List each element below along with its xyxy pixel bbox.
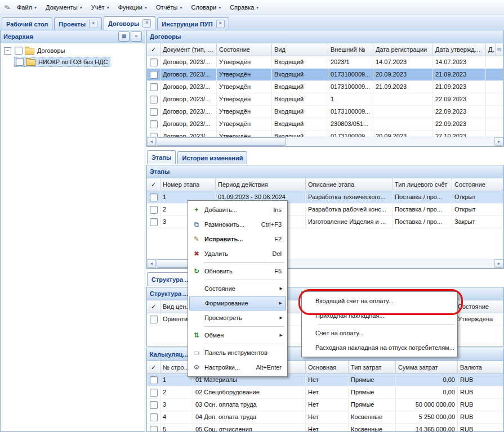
close-icon[interactable]: ×	[216, 20, 225, 28]
menu-item-add[interactable]: + Добавить... Ins	[189, 202, 286, 217]
check-column-header[interactable]: ✓	[147, 178, 160, 191]
column-header-state[interactable]: Состояние	[217, 43, 272, 56]
scroll-right-icon[interactable]: ►	[494, 137, 503, 146]
check-column-header[interactable]: ✓	[147, 300, 160, 313]
row-checkbox[interactable]	[150, 401, 158, 409]
row-checkbox[interactable]	[150, 389, 158, 397]
table-row[interactable]: Договор, 2023/... Утверждён Входящий 230…	[147, 118, 503, 130]
submenu-item-incoming-invoice[interactable]: Входящий счёт на оплату...	[303, 294, 456, 308]
tree-checkbox[interactable]	[16, 58, 24, 66]
menu-file[interactable]: Файл ▾	[12, 2, 41, 13]
column-header-reg-date[interactable]: Дата регистрации	[373, 43, 433, 56]
tab-projects[interactable]: Проекты ×	[54, 17, 102, 30]
column-header-period[interactable]: Период действия	[216, 178, 306, 191]
tab-change-history[interactable]: История изменений	[177, 151, 247, 164]
column-header-date[interactable]: Дата	[486, 43, 496, 56]
menu-dictionaries[interactable]: Словари ▾	[186, 2, 225, 13]
tree-node-niokr[interactable]: НИОКР по ГОЗ без НДС	[1, 56, 145, 68]
menu-item-view[interactable]: Просмотреть ▶	[189, 310, 286, 325]
scroll-left-icon[interactable]: ◄	[147, 259, 156, 268]
table-row[interactable]: Договор, 2023/... Утверждён Входящий 017…	[147, 106, 503, 118]
tab-desktop[interactable]: Рабочий стол	[2, 17, 52, 30]
scrollbar-track[interactable]	[286, 259, 494, 268]
table-row[interactable]: Договор, 2023/... Утверждён Входящий 017…	[147, 130, 503, 137]
column-header-account-type[interactable]: Тип лицевого счёт	[393, 178, 452, 191]
column-header-state[interactable]: Состояние	[456, 300, 503, 313]
column-header-state[interactable]: Состояние	[452, 178, 503, 191]
row-checkbox[interactable]	[150, 133, 158, 137]
table-row[interactable]: Договор, 2023/... Утверждён Входящий 202…	[147, 56, 503, 69]
row-checkbox[interactable]	[150, 120, 158, 128]
scroll-left-icon[interactable]: ◄	[147, 137, 156, 146]
tree-node-contracts[interactable]: − Договоры	[1, 45, 145, 56]
row-checkbox[interactable]	[150, 96, 158, 104]
tab-contracts[interactable]: Договоры ×	[104, 16, 155, 30]
menu-reports[interactable]: Отчёты ▾	[151, 2, 186, 13]
row-checkbox[interactable]	[150, 218, 158, 226]
column-header-main[interactable]: Основная	[306, 361, 349, 374]
menu-item-generation[interactable]: Формирование ▶	[189, 296, 286, 310]
submenu-item-outgoing-waybill[interactable]: Расходная накладная на отпуск потребител…	[303, 340, 456, 355]
grid-view-icon[interactable]: ▦	[118, 32, 130, 42]
column-header-approve-date[interactable]: Дата утверждения	[433, 43, 486, 56]
column-chooser-icon[interactable]: ▤	[496, 43, 503, 56]
table-row[interactable]: 2 02 Спецоборудование Нет Прямые 0,00 RU…	[147, 386, 503, 399]
menu-item-delete[interactable]: ✖ Удалить Del	[189, 246, 286, 261]
row-checkbox[interactable]	[150, 426, 158, 432]
column-header-document[interactable]: Документ (тип, №...	[160, 43, 217, 56]
collapse-panel-icon[interactable]: «	[131, 32, 142, 42]
check-column-header[interactable]: ✓	[147, 43, 160, 56]
menu-item-edit[interactable]: ✎ Исправить... F2	[189, 232, 286, 246]
row-checkbox[interactable]	[150, 194, 158, 201]
row-checkbox[interactable]	[150, 71, 158, 79]
submenu-item-incoming-waybill[interactable]: Приходная накладная...	[303, 308, 456, 323]
column-header-description[interactable]: Описание этапа	[306, 178, 393, 191]
menu-functions[interactable]: Функции ▾	[114, 2, 151, 13]
column-header-cost-sum[interactable]: Сумма затрат	[396, 361, 458, 374]
row-checkbox[interactable]	[150, 58, 158, 66]
menu-item-state[interactable]: Состояние ▶	[189, 281, 286, 296]
column-header-cost-type[interactable]: Тип затрат	[349, 361, 396, 374]
column-header-currency[interactable]: Валюта	[458, 361, 503, 374]
row-checkbox[interactable]	[150, 83, 158, 91]
table-row[interactable]: 3 03 Осн. оплата труда Нет Прямые 50 000…	[147, 399, 503, 411]
menu-help[interactable]: Справка ▾	[225, 2, 263, 13]
row-checkbox[interactable]	[150, 206, 158, 214]
menu-documents[interactable]: Документы ▾	[41, 2, 87, 13]
column-header-kind[interactable]: Вид	[272, 43, 328, 56]
menu-item-exchange[interactable]: ⇅ Обмен ▶	[189, 328, 286, 343]
tree-checkbox[interactable]	[15, 47, 23, 55]
column-header-external[interactable]: Внешний №	[328, 43, 373, 56]
chevron-down-icon: ▾	[145, 5, 147, 10]
row-checkbox[interactable]	[150, 376, 158, 384]
menu-item-toolbar[interactable]: ▭ Панель инструментов	[189, 345, 286, 360]
menu-accounting[interactable]: Учёт ▾	[87, 2, 114, 13]
submenu-item-invoice[interactable]: Счёт на оплату...	[303, 326, 456, 340]
table-row-selected[interactable]: Договор, 2023/... Утверждён Входящий 017…	[147, 69, 503, 81]
scrollbar-thumb[interactable]	[157, 137, 286, 146]
table-row[interactable]: Договор, 2023/... Утверждён Входящий 1 2…	[147, 93, 503, 106]
tab-instructions[interactable]: Инструкции ПУП ×	[157, 17, 229, 30]
table-row[interactable]: Договор, 2023/... Утверждён Входящий 017…	[147, 81, 503, 93]
horizontal-scrollbar[interactable]: ◄ ►	[147, 137, 503, 146]
expander-icon[interactable]: −	[4, 47, 11, 55]
table-row[interactable]: 4 04 Доп. оплата труда Нет Косвенные 5 2…	[147, 411, 503, 424]
tab-stages[interactable]: Этапы	[147, 150, 176, 164]
close-icon[interactable]: ×	[142, 19, 151, 28]
row-checkbox[interactable]	[150, 413, 158, 421]
table-row[interactable]: 5 05 Соц. отчисления Нет Косвенные 14 36…	[147, 424, 503, 431]
column-header-stage-number[interactable]: Номер этапа	[160, 178, 216, 191]
scroll-right-icon[interactable]: ►	[494, 259, 503, 268]
scrollbar-track[interactable]	[286, 137, 494, 146]
menu-item-label: Состояние	[204, 285, 277, 292]
cell-cost-item: 03 Осн. оплата труда	[193, 399, 306, 411]
menu-item-duplicate[interactable]: ⧉ Размножить... Ctrl+F3	[189, 217, 286, 232]
menu-item-settings[interactable]: ⚙ Настройки... Alt+Enter	[189, 360, 286, 375]
menu-item-refresh[interactable]: ↻ Обновить F5	[189, 264, 286, 278]
row-checkbox[interactable]	[150, 316, 158, 323]
check-column-header[interactable]: ✓	[147, 361, 160, 374]
close-icon[interactable]: ×	[89, 20, 97, 28]
row-checkbox[interactable]	[150, 108, 158, 116]
menu-separator	[204, 262, 284, 263]
refresh-icon: ↻	[191, 267, 202, 275]
